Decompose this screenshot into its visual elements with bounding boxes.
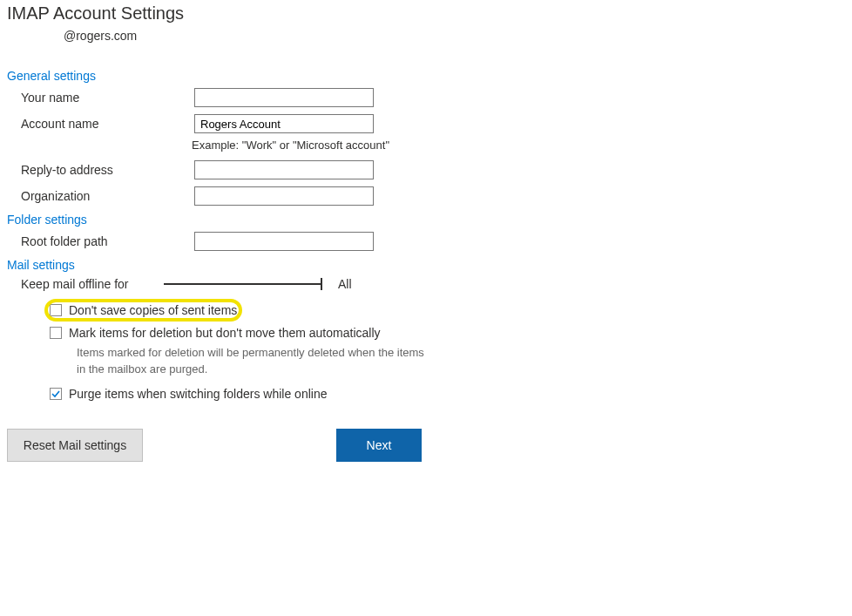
account-name-example: Example: "Work" or "Microsoft account" <box>192 139 845 152</box>
section-mail-title: Mail settings <box>7 258 845 272</box>
account-name-label: Account name <box>7 117 194 131</box>
keep-offline-slider[interactable] <box>164 283 322 285</box>
dont-save-sent-checkbox[interactable] <box>50 304 62 316</box>
organization-input[interactable] <box>194 186 374 206</box>
section-folder-title: Folder settings <box>7 213 845 227</box>
reply-to-label: Reply-to address <box>7 163 194 177</box>
your-name-input[interactable] <box>194 88 374 107</box>
account-email: @rogers.com <box>64 29 845 43</box>
section-general-title: General settings <box>7 69 845 83</box>
slider-thumb-icon[interactable] <box>321 278 322 290</box>
next-button[interactable]: Next <box>336 429 422 462</box>
dont-save-sent-label[interactable]: Don't save copies of sent items <box>69 303 237 317</box>
keep-offline-label: Keep mail offline for <box>7 277 164 291</box>
page-title: IMAP Account Settings <box>7 3 845 24</box>
purge-checkbox[interactable] <box>50 388 62 400</box>
mark-delete-checkbox[interactable] <box>50 327 62 339</box>
mark-delete-help: Items marked for deletion will be perman… <box>77 345 425 378</box>
root-folder-label: Root folder path <box>7 234 194 248</box>
keep-offline-value: All <box>338 277 352 291</box>
account-name-input[interactable] <box>194 114 374 133</box>
purge-label[interactable]: Purge items when switching folders while… <box>69 387 327 401</box>
mark-delete-label[interactable]: Mark items for deletion but don't move t… <box>69 326 381 340</box>
reply-to-input[interactable] <box>194 160 374 179</box>
your-name-label: Your name <box>7 91 194 105</box>
reset-mail-settings-button[interactable]: Reset Mail settings <box>7 429 143 462</box>
root-folder-input[interactable] <box>194 232 374 251</box>
organization-label: Organization <box>7 189 194 203</box>
